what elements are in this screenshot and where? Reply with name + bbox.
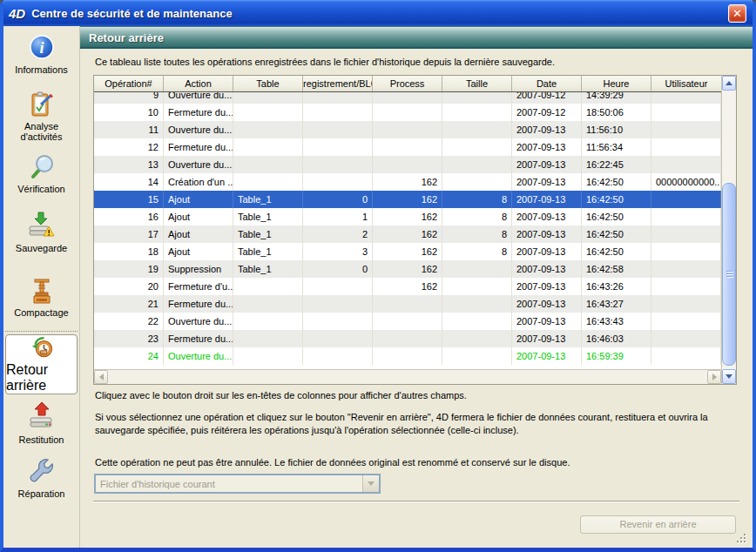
table-row[interactable]: 20Fermeture d'u...1622007-09-1316:43:26 <box>94 278 721 295</box>
cell-heure: 16:43:43 <box>582 313 651 330</box>
cell-action: Ouverture du... <box>164 347 233 365</box>
table-row[interactable]: 9Ouverture du...2007-09-1214:39:29 <box>94 92 721 104</box>
info-icon: i <box>28 33 56 63</box>
dropdown-button[interactable] <box>362 475 379 492</box>
sidebar-item-label: Retour arrière <box>6 362 77 394</box>
cell-taille <box>442 104 512 121</box>
sidebar-item-informations[interactable]: i Informations <box>3 33 79 75</box>
horizontal-scroll-track[interactable] <box>108 370 707 384</box>
4d-logo-icon: 4D <box>9 6 25 21</box>
sidebar-item-verification[interactable]: Vérification <box>3 152 79 194</box>
table-row[interactable]: 10Fermeture du...2007-09-1218:50:06 <box>94 104 721 121</box>
sidebar-item-label: Sauvegarde <box>8 243 76 253</box>
cell-action: Ajout <box>164 243 233 260</box>
column-header-table[interactable]: Table <box>233 76 303 91</box>
table-row[interactable]: 16AjoutTable_1116282007-09-1316:42:50 <box>94 208 721 226</box>
table-row[interactable]: 11Ouverture du...2007-09-1311:56:10 <box>94 121 721 138</box>
restore-disk-icon <box>26 401 57 433</box>
resize-grip[interactable] <box>737 534 747 544</box>
cell-heure: 18:50:06 <box>582 104 651 121</box>
sidebar-item-retour-arriere[interactable]: ON Retour arrière <box>5 334 78 394</box>
horizontal-scrollbar[interactable] <box>94 369 721 384</box>
table-row[interactable]: 19SuppressionTable_101622007-09-1316:42:… <box>94 260 721 278</box>
cell-date: 2007-09-13 <box>512 226 582 243</box>
compact-press-icon <box>27 278 57 306</box>
cell-date: 2007-09-13 <box>512 260 582 278</box>
chevron-down-icon <box>368 481 375 486</box>
sidebar: i Informations Analyse d'activités <box>3 26 80 548</box>
operations-table: Opération#ActionTableregistrement/BLOPro… <box>93 75 737 385</box>
close-button[interactable]: ✕ <box>728 4 746 23</box>
cell-date: 2007-09-13 <box>512 243 582 260</box>
vertical-scrollbar[interactable] <box>721 76 736 384</box>
cell-action: Ajout <box>164 208 233 226</box>
arrow-right-icon <box>712 374 717 380</box>
cell-date: 2007-09-12 <box>512 92 582 104</box>
sidebar-item-compactage[interactable]: Compactage <box>3 278 79 318</box>
cell-op: 23 <box>94 330 164 347</box>
cell-action: Fermeture du... <box>164 138 233 156</box>
scroll-right-button[interactable] <box>707 370 721 384</box>
column-header-user[interactable]: Utilisateur <box>651 76 721 91</box>
cell-op: 17 <box>94 226 164 243</box>
table-row[interactable]: 24Ouverture du...2007-09-1316:59:39 <box>94 347 721 365</box>
rollback-button[interactable]: Revenir en arrière <box>580 515 736 534</box>
table-row[interactable]: 21Fermeture du...2007-09-1316:43:27 <box>94 295 721 313</box>
table-row[interactable]: 12Fermeture du...2007-09-1311:56:34 <box>94 138 721 156</box>
column-header-action[interactable]: Action <box>164 76 233 91</box>
sidebar-item-sauvegarde[interactable]: Sauvegarde <box>3 210 79 253</box>
scroll-up-button[interactable] <box>722 76 736 91</box>
scroll-down-button[interactable] <box>722 369 736 384</box>
cell-user <box>651 92 721 104</box>
table-row[interactable]: 18AjoutTable_1316282007-09-1316:42:50 <box>94 243 721 260</box>
cell-rec <box>303 121 373 138</box>
scroll-left-button[interactable] <box>94 370 108 384</box>
cell-user <box>651 156 721 173</box>
cell-date: 2007-09-13 <box>512 138 582 156</box>
column-header-date[interactable]: Date <box>512 76 582 91</box>
table-row[interactable]: 22Ouverture du...2007-09-1316:43:43 <box>94 313 721 330</box>
column-header-process[interactable]: Process <box>373 76 442 91</box>
cell-taille: 8 <box>442 243 512 260</box>
cell-date: 2007-09-13 <box>512 121 582 138</box>
sidebar-item-restitution[interactable]: Restitution <box>3 401 79 445</box>
cell-action: Ouverture du... <box>164 156 233 173</box>
table-row[interactable]: 14Création d'un ...1622007-09-1316:42:50… <box>94 173 721 191</box>
column-header-heure[interactable]: Heure <box>582 76 651 91</box>
sidebar-item-reparation[interactable]: Réparation <box>3 457 79 499</box>
cell-heure: 16:59:39 <box>582 347 651 365</box>
dropdown-value: Fichier d'historique courant <box>96 479 362 489</box>
cell-user <box>651 121 721 138</box>
cell-date: 2007-09-13 <box>512 191 582 208</box>
cell-taille <box>442 278 512 295</box>
cell-action: Ajout <box>164 191 233 208</box>
table-row[interactable]: 13Ouverture du...2007-09-1316:22:45 <box>94 156 721 173</box>
cell-op: 15 <box>94 191 164 208</box>
log-file-dropdown[interactable]: Fichier d'historique courant <box>94 474 381 494</box>
cell-taille <box>442 173 512 191</box>
cell-taille <box>442 121 512 138</box>
sidebar-item-analyse-activites[interactable]: Analyse d'activités <box>3 90 79 142</box>
cell-process: 162 <box>373 173 442 191</box>
table-row[interactable]: 23Fermeture du...2007-09-1316:46:03 <box>94 330 721 347</box>
cell-heure: 11:56:34 <box>582 138 651 156</box>
column-header-taille[interactable]: Taille <box>442 76 512 91</box>
table-row[interactable]: 17AjoutTable_1216282007-09-1316:42:50 <box>94 226 721 243</box>
vertical-scroll-track[interactable] <box>722 91 736 369</box>
table-row[interactable]: 15AjoutTable_1016282007-09-1316:42:50 <box>94 191 721 208</box>
cell-op: 12 <box>94 138 164 156</box>
cell-table <box>233 173 303 191</box>
vertical-scroll-thumb[interactable] <box>722 183 736 366</box>
cell-date: 2007-09-13 <box>512 156 582 173</box>
cell-process <box>373 138 442 156</box>
cell-heure: 16:42:50 <box>582 226 651 243</box>
cell-heure: 16:46:03 <box>582 330 651 347</box>
column-header-rec[interactable]: registrement/BLO <box>303 76 373 91</box>
cell-rec: 0 <box>303 260 373 278</box>
hint-text: Cliquez avec le bouton droit sur les en-… <box>95 390 753 401</box>
cell-date: 2007-09-13 <box>512 208 582 226</box>
cell-rec <box>303 156 373 173</box>
cell-taille <box>442 156 512 173</box>
column-header-op[interactable]: Opération# <box>94 76 164 91</box>
panel-title: Retour arrière <box>80 26 753 49</box>
